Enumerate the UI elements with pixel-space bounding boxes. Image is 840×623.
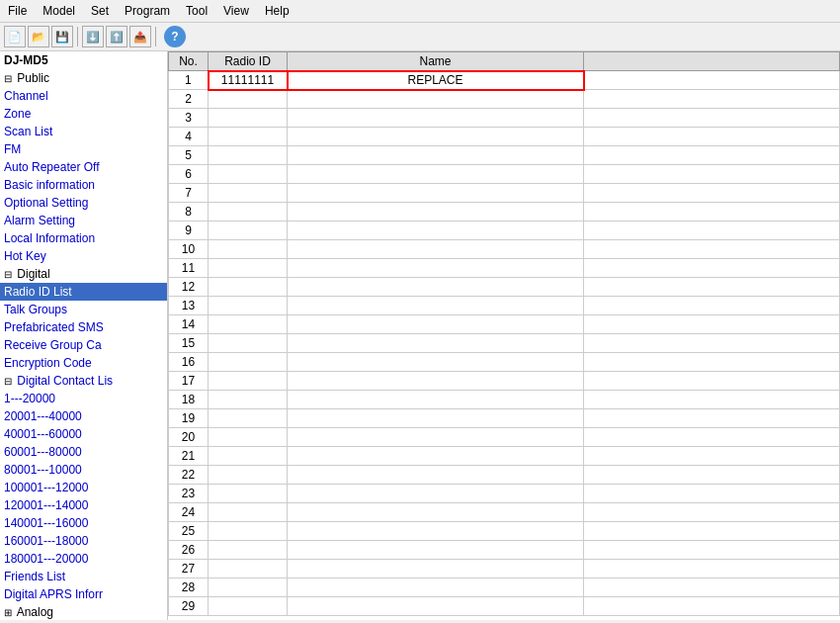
table-row[interactable]: 21 (169, 447, 840, 466)
radio-id-cell[interactable] (209, 522, 288, 541)
sidebar-item-range-9[interactable]: 160001---18000 (0, 532, 167, 550)
sidebar-item-range-5[interactable]: 80001---10000 (0, 461, 167, 479)
sidebar-item-range-3[interactable]: 40001---60000 (0, 425, 167, 443)
table-row[interactable]: 11 (169, 259, 840, 278)
name-cell[interactable] (288, 240, 584, 259)
table-row[interactable]: 19 (169, 409, 840, 428)
sidebar-item-analog[interactable]: ⊞ Analog (0, 603, 167, 620)
table-row[interactable]: 23 (169, 485, 840, 503)
sidebar-item-auto-repeater-off[interactable]: Auto Repeater Off (0, 158, 167, 176)
sidebar-item-talk-groups[interactable]: Talk Groups (0, 301, 167, 318)
name-cell[interactable] (288, 278, 584, 297)
name-cell[interactable] (288, 222, 584, 240)
table-row[interactable]: 22 (169, 466, 840, 485)
sidebar-item-digital-aprs-info[interactable]: Digital APRS Inforr (0, 585, 167, 603)
sidebar-item-range-10[interactable]: 180001---20000 (0, 550, 167, 568)
radio-id-cell[interactable] (209, 109, 288, 128)
name-cell[interactable] (288, 259, 584, 278)
name-cell[interactable] (288, 372, 584, 391)
table-row[interactable]: 3 (169, 109, 840, 128)
table-row[interactable]: 8 (169, 203, 840, 222)
name-cell[interactable] (288, 353, 584, 372)
upload-button[interactable]: 📤 (129, 26, 151, 47)
radio-id-cell[interactable] (209, 165, 288, 184)
name-cell[interactable] (288, 334, 584, 353)
table-row[interactable]: 9 (169, 222, 840, 240)
name-cell[interactable] (288, 485, 584, 503)
radio-id-cell[interactable] (209, 184, 288, 203)
name-cell[interactable] (288, 297, 584, 315)
table-row[interactable]: 24 (169, 503, 840, 522)
radio-id-cell[interactable] (209, 503, 288, 522)
name-cell[interactable] (288, 203, 584, 222)
name-cell[interactable] (288, 391, 584, 409)
menu-file[interactable]: File (0, 2, 35, 20)
radio-id-cell[interactable] (209, 203, 288, 222)
name-cell[interactable] (288, 146, 584, 165)
radio-id-cell[interactable] (209, 259, 288, 278)
sidebar-item-basic-information[interactable]: Basic information (0, 176, 167, 194)
name-cell[interactable] (288, 315, 584, 334)
sidebar-item-dj-md5[interactable]: DJ-MD5 (0, 51, 167, 69)
radio-id-cell[interactable] (209, 240, 288, 259)
radio-id-cell[interactable] (209, 428, 288, 447)
radio-id-cell[interactable] (209, 578, 288, 597)
name-cell[interactable] (288, 109, 584, 128)
name-cell[interactable]: REPLACE (288, 71, 584, 90)
name-cell[interactable] (288, 409, 584, 428)
name-cell[interactable] (288, 503, 584, 522)
radio-id-cell[interactable] (209, 485, 288, 503)
menu-program[interactable]: Program (117, 2, 178, 20)
name-cell[interactable] (288, 447, 584, 466)
sidebar-item-optional-setting[interactable]: Optional Setting (0, 194, 167, 212)
sidebar-item-range-4[interactable]: 60001---80000 (0, 443, 167, 461)
table-row[interactable]: 14 (169, 315, 840, 334)
menu-set[interactable]: Set (83, 2, 117, 20)
sidebar-item-zone[interactable]: Zone (0, 105, 167, 123)
radio-id-cell[interactable] (209, 128, 288, 146)
sidebar-item-digital-contact-list[interactable]: ⊟ Digital Contact Lis (0, 372, 167, 390)
name-cell[interactable] (288, 428, 584, 447)
table-row[interactable]: 12 (169, 278, 840, 297)
radio-id-cell[interactable] (209, 466, 288, 485)
table-row[interactable]: 18 (169, 391, 840, 409)
help-button[interactable]: ? (164, 26, 186, 47)
table-row[interactable]: 25 (169, 522, 840, 541)
name-cell[interactable] (288, 466, 584, 485)
table-row[interactable]: 5 (169, 146, 840, 165)
sidebar-item-range-6[interactable]: 100001---12000 (0, 479, 167, 496)
table-row[interactable]: 20 (169, 428, 840, 447)
radio-id-cell[interactable] (209, 222, 288, 240)
sidebar-item-friends-list[interactable]: Friends List (0, 568, 167, 585)
name-cell[interactable] (288, 597, 584, 616)
radio-id-cell[interactable] (209, 90, 288, 109)
radio-id-cell[interactable] (209, 372, 288, 391)
export-button[interactable]: ⬆️ (106, 26, 127, 47)
radio-id-cell[interactable] (209, 146, 288, 165)
name-cell[interactable] (288, 560, 584, 578)
sidebar-item-range-2[interactable]: 20001---40000 (0, 407, 167, 425)
table-row[interactable]: 111111111REPLACE (169, 71, 840, 90)
sidebar-item-digital[interactable]: ⊟ Digital (0, 265, 167, 283)
open-button[interactable]: 📂 (28, 26, 49, 47)
table-row[interactable]: 28 (169, 578, 840, 597)
radio-id-cell[interactable] (209, 297, 288, 315)
radio-id-cell[interactable] (209, 353, 288, 372)
sidebar-item-receive-group-ca[interactable]: Receive Group Ca (0, 336, 167, 354)
name-cell[interactable] (288, 184, 584, 203)
sidebar-item-public[interactable]: ⊟ Public (0, 69, 167, 87)
radio-id-cell[interactable] (209, 541, 288, 560)
radio-id-cell[interactable] (209, 334, 288, 353)
menu-model[interactable]: Model (35, 2, 83, 20)
name-cell[interactable] (288, 128, 584, 146)
sidebar-item-channel[interactable]: Channel (0, 87, 167, 105)
sidebar-item-prefabricated-sms[interactable]: Prefabricated SMS (0, 318, 167, 336)
table-row[interactable]: 6 (169, 165, 840, 184)
sidebar-item-hot-key[interactable]: Hot Key (0, 247, 167, 265)
radio-id-cell[interactable] (209, 278, 288, 297)
sidebar-item-alarm-setting[interactable]: Alarm Setting (0, 212, 167, 229)
import-button[interactable]: ⬇️ (82, 26, 104, 47)
radio-id-cell[interactable] (209, 391, 288, 409)
name-cell[interactable] (288, 165, 584, 184)
radio-id-cell[interactable] (209, 315, 288, 334)
